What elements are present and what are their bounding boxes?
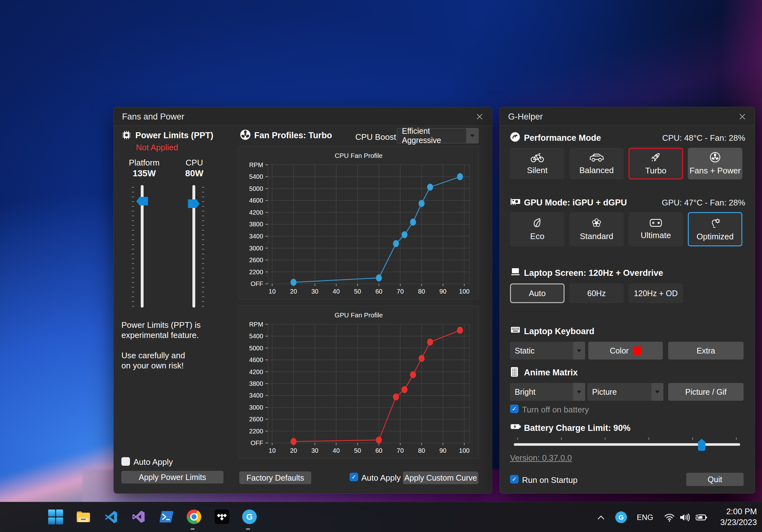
cpu-boost-dropdown[interactable]: Efficient Aggressive [397, 128, 479, 143]
gpu-mode-heading: GPU Mode: iGPU + dGPU [524, 198, 627, 208]
curve-auto-apply-checkbox[interactable] [349, 473, 358, 481]
gpu-button-standard[interactable]: Standard [569, 212, 624, 246]
terminal-button[interactable] [158, 508, 175, 526]
g-helper-taskbar-button[interactable]: G [241, 508, 258, 526]
tidal-button[interactable] [213, 508, 231, 526]
fan-icon [240, 129, 250, 139]
chrome-icon [187, 509, 201, 524]
ghelper-running-indicator [246, 528, 250, 530]
tray-wifi[interactable] [663, 511, 676, 524]
apply-custom-curve-button[interactable]: Apply Custom Curve [403, 472, 478, 484]
file-explorer-button[interactable] [74, 508, 92, 526]
folder-icon [75, 510, 91, 523]
power-auto-apply-checkbox[interactable] [121, 457, 130, 466]
mode-button-silent[interactable]: Silent [510, 148, 565, 180]
performance-mode-heading: Performance Mode [524, 133, 601, 143]
mode-button-fans-power[interactable]: Fans + Power [688, 148, 742, 180]
power-limits-note-line2: experimental feature. [121, 330, 199, 340]
tray-volume[interactable] [678, 511, 692, 524]
matrix-running-dropdown[interactable]: Picture [587, 383, 663, 401]
curve-auto-apply-label: Auto Apply [361, 473, 401, 483]
gpu-button-ultimate[interactable]: Ultimate [629, 212, 683, 246]
fan-icon [709, 152, 721, 163]
ghelper-titlebar[interactable]: G-Helper [500, 107, 755, 125]
close-icon[interactable] [737, 111, 748, 122]
mode-button-label: Silent [527, 166, 547, 175]
svg-text:4600: 4600 [249, 356, 263, 363]
color-swatch [633, 346, 641, 355]
gpu-fan-chart[interactable]: 102030405060708090100OFF2200260030003400… [239, 306, 479, 458]
start-button[interactable] [46, 508, 64, 526]
screen-button-auto[interactable]: Auto [510, 283, 565, 303]
svg-text:3000: 3000 [249, 404, 263, 411]
screen-button-label: 120Hz + OD [634, 289, 678, 298]
close-icon[interactable] [474, 111, 485, 122]
gpu-button-eco[interactable]: Eco [510, 212, 565, 246]
run-on-startup-checkbox[interactable] [510, 475, 519, 484]
keyboard-icon [510, 325, 520, 336]
platform-slider-handle[interactable] [136, 197, 148, 205]
anime-matrix-icon [510, 366, 520, 377]
matrix-battery-label: Turn off on battery [522, 405, 589, 415]
fans-window-title: Fans and Power [122, 112, 185, 122]
svg-text:40: 40 [333, 447, 340, 454]
tidal-icon [215, 509, 229, 524]
gamepad-icon [649, 218, 662, 228]
mode-button-balanced[interactable]: Balanced [569, 148, 624, 180]
fan-profiles-heading: Fan Profiles: Turbo [254, 131, 332, 140]
gpu-button-optimized[interactable]: Optimized [688, 212, 742, 246]
power-auto-apply-label: Auto Apply [133, 457, 173, 467]
screen-button-60hz[interactable]: 60Hz [569, 283, 624, 303]
svg-text:20: 20 [290, 288, 297, 295]
matrix-battery-checkbox[interactable] [510, 405, 519, 413]
battery-charge-heading: Battery Charge Limit: 90% [524, 423, 631, 433]
cpu-fan-chart[interactable]: 102030405060708090100OFF2200260030003400… [239, 146, 479, 299]
screen-button-120hz-od[interactable]: 120Hz + OD [629, 283, 683, 303]
version-link[interactable]: Version: 0.37.0.0 [510, 453, 572, 463]
windows-logo-icon [48, 509, 63, 524]
mode-button-turbo[interactable]: Turbo [629, 148, 683, 180]
cpu-slider-handle[interactable] [188, 199, 200, 208]
vscode-button[interactable] [102, 508, 120, 526]
svg-text:5400: 5400 [249, 333, 263, 340]
cpu-label: CPU [177, 158, 212, 168]
svg-text:RPM: RPM [249, 161, 263, 168]
gpu-button-label: Ultimate [641, 231, 671, 240]
tray-chevron-up[interactable] [595, 512, 607, 523]
bulb-gear-icon [709, 217, 721, 229]
battery-slider-thumb[interactable] [698, 439, 706, 451]
power-limits-note-line1: Power Limits (PPT) is [121, 320, 201, 330]
fans-and-power-window: Fans and Power Power Limits (PPT) Not Ap… [114, 107, 492, 494]
svg-text:2600: 2600 [249, 416, 263, 422]
fans-window-titlebar[interactable]: Fans and Power [114, 107, 492, 125]
factory-defaults-button[interactable]: Factory Defaults [239, 472, 311, 484]
laptop-screen-heading: Laptop Screen: 120Hz + Overdrive [524, 268, 663, 278]
svg-text:90: 90 [439, 288, 446, 295]
tray-g-helper[interactable]: G [615, 511, 627, 523]
svg-text:80: 80 [418, 288, 425, 295]
keyboard-color-button[interactable]: Color [588, 342, 663, 359]
battery-slider-track[interactable] [514, 443, 740, 446]
visual-studio-button[interactable] [130, 508, 147, 526]
svg-text:3800: 3800 [249, 380, 263, 387]
matrix-running-value: Picture [587, 387, 651, 397]
keyboard-mode-dropdown[interactable]: Static [510, 342, 585, 359]
matrix-brightness-dropdown[interactable]: Bright [510, 383, 585, 401]
clock-time: 2:00 PM [720, 506, 757, 517]
language-label: ENG [637, 513, 653, 522]
taskbar-clock[interactable]: 2:00 PM 3/23/2023 [720, 506, 757, 528]
tray-language[interactable]: ENG [637, 512, 653, 522]
chrome-button[interactable] [185, 508, 203, 526]
gpu-button-label: Standard [580, 231, 613, 241]
svg-text:5000: 5000 [249, 185, 263, 192]
keyboard-extra-button[interactable]: Extra [668, 342, 744, 359]
vscode-icon [104, 510, 118, 524]
matrix-picture-gif-button[interactable]: Picture / Gif [668, 383, 744, 401]
svg-text:30: 30 [311, 288, 318, 295]
apply-power-limits-button[interactable]: Apply Power Limits [121, 471, 223, 484]
quit-button[interactable]: Quit [686, 473, 744, 486]
tray-battery[interactable] [694, 511, 709, 524]
g-helper-tray-icon: G [615, 511, 627, 523]
svg-text:90: 90 [439, 447, 446, 454]
svg-text:2200: 2200 [249, 268, 263, 275]
